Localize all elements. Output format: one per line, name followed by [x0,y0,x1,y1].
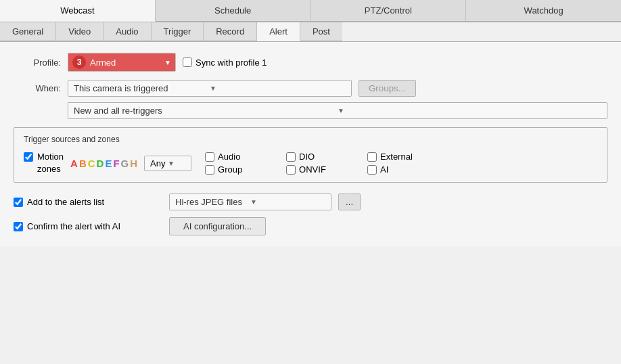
cb-dio-label: DIO [299,152,315,162]
profile-label: Profile: [14,58,68,68]
cb-ai[interactable]: AI [367,164,448,175]
trigger-group-title: Trigger sources and zones [24,135,597,144]
retrigger-row: New and all re-triggers ▼ [14,102,607,119]
alerts-row: Add to the alerts list Hi-res JPEG files… [14,194,607,210]
profile-row: Profile: 3 Armed ▼ Sync with profile 1 [14,53,607,72]
tab-ptz[interactable]: PTZ/Control [311,0,467,22]
trigger-group: Trigger sources and zones Motion zones A… [14,127,607,183]
retrigger-arrow-icon: ▼ [338,107,601,114]
cb-group-label: Group [218,164,242,175]
tab-webcast[interactable]: Webcast [0,0,156,22]
profile-name: Armed [90,58,162,68]
ai-confirm-checkbox-input[interactable] [14,222,23,231]
alerts-label: Add to the alerts list [27,197,104,207]
subtab-general[interactable]: General [0,22,56,41]
cb-external-input[interactable] [367,152,377,162]
file-type-dropdown[interactable]: Hi-res JPEG files ▼ [169,194,331,210]
cb-audio-input[interactable] [205,152,214,162]
zone-E[interactable]: E [105,158,112,169]
cb-dio-input[interactable] [286,152,296,162]
any-arrow-icon: ▼ [168,160,185,167]
when-dropdown[interactable]: This camera is triggered ▼ [68,80,352,97]
trigger-checkboxes: Audio DIO External Group ONVIF [205,152,448,175]
sync-checkbox[interactable]: Sync with profile 1 [183,58,267,68]
subtab-post[interactable]: Post [300,22,342,41]
profile-selector: 3 Armed ▼ Sync with profile 1 [68,53,267,72]
cb-onvif-input[interactable] [286,165,296,175]
cb-group-input[interactable] [205,165,214,175]
zone-G[interactable]: G [121,158,129,169]
tab-schedule[interactable]: Schedule [156,0,311,22]
zone-A[interactable]: A [70,158,78,169]
cb-dio[interactable]: DIO [286,152,367,162]
ai-confirm-label: Confirm the alert with AI [27,221,120,231]
when-value: This camera is triggered [74,83,210,93]
cb-onvif[interactable]: ONVIF [286,164,367,175]
groups-button[interactable]: Groups... [359,80,416,97]
zone-D[interactable]: D [97,158,104,169]
subtab-video[interactable]: Video [56,22,104,41]
any-dropdown[interactable]: Any ▼ [144,156,191,171]
ai-confirm-checkbox[interactable]: Confirm the alert with AI [14,221,162,231]
zone-C[interactable]: C [88,158,95,169]
profile-dropdown[interactable]: 3 Armed ▼ [68,53,176,72]
sync-label: Sync with profile 1 [196,58,267,68]
top-tab-bar: Webcast Schedule PTZ/Control Watchdog [0,0,621,22]
file-type-value: Hi-res JPEG files [175,197,250,207]
main-content: Profile: 3 Armed ▼ Sync with profile 1 W… [0,42,621,246]
alerts-checkbox-input[interactable] [14,198,23,207]
motion-label-1: Motion [37,151,64,163]
ai-config-button[interactable]: AI configuration... [169,217,266,235]
zone-B[interactable]: B [79,158,87,169]
profile-number: 3 [72,55,86,69]
cb-ai-input[interactable] [367,165,377,175]
ai-row: Confirm the alert with AI AI configurati… [14,217,607,235]
motion-zones-label: Motion zones [37,151,64,175]
profile-dropdown-arrow: ▼ [164,59,171,66]
subtab-record[interactable]: Record [204,22,257,41]
subtab-alert[interactable]: Alert [257,22,300,41]
file-dropdown-arrow: ▼ [250,198,325,206]
tab-watchdog[interactable]: Watchdog [466,0,621,22]
sync-checkbox-input[interactable] [183,58,192,67]
zone-H[interactable]: H [130,158,137,169]
cb-ai-label: AI [380,164,388,175]
motion-zones-row: Motion zones A B C D E F G H Any ▼ [24,151,597,175]
alerts-checkbox[interactable]: Add to the alerts list [14,197,162,207]
bottom-options: Add to the alerts list Hi-res JPEG files… [14,194,607,235]
zone-letters[interactable]: A B C D E F G H [70,158,137,169]
cb-external-label: External [380,152,413,162]
retrigger-value: New and all re-triggers [74,106,338,116]
when-label: When: [14,83,68,93]
subtab-trigger[interactable]: Trigger [152,22,204,41]
cb-audio[interactable]: Audio [205,152,286,162]
motion-zones-checkbox[interactable]: Motion zones [24,151,64,175]
retrigger-dropdown[interactable]: New and all re-triggers ▼ [68,102,607,119]
when-row: When: This camera is triggered ▼ Groups.… [14,80,607,97]
cb-group[interactable]: Group [205,164,286,175]
cb-external[interactable]: External [367,152,448,162]
any-value: Any [150,158,168,168]
zone-F[interactable]: F [113,158,119,169]
when-arrow-icon: ▼ [210,85,346,92]
browse-button[interactable]: ... [338,194,361,210]
cb-onvif-label: ONVIF [299,164,326,175]
cb-audio-label: Audio [218,152,240,162]
motion-label-2: zones [37,163,64,175]
subtab-audio[interactable]: Audio [104,22,151,41]
sub-tab-bar: General Video Audio Trigger Record Alert… [0,22,621,42]
motion-zones-checkbox-input[interactable] [24,152,33,162]
